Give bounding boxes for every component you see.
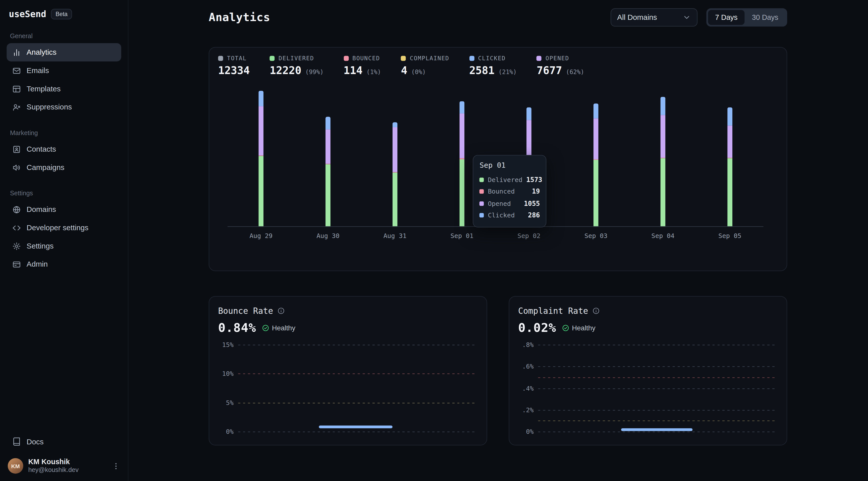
sidebar-item-label: Analytics	[27, 48, 57, 57]
app-logo: useSend	[9, 9, 46, 19]
stat-complained: COMPLAINED4(0%)	[401, 55, 449, 76]
kebab-menu-icon[interactable]	[112, 462, 120, 470]
range-30-days-button[interactable]: 30 Days	[745, 10, 785, 25]
stat-pct: (21%)	[498, 68, 517, 76]
sidebar-item-contacts[interactable]: Contacts	[6, 140, 121, 158]
bar-segment-clicked	[459, 101, 464, 114]
mail-icon	[12, 66, 21, 75]
sidebar-item-templates[interactable]: Templates	[6, 79, 121, 98]
stat-label: OPENED	[546, 55, 569, 61]
analytics-card: TOTAL12334DELIVERED12220(99%)BOUNCED114(…	[209, 47, 787, 271]
stat-value: 12220	[270, 64, 301, 76]
user-menu[interactable]: KM KM Koushik hey@koushik.dev	[6, 456, 121, 475]
info-icon[interactable]	[278, 307, 285, 315]
bounce-rate-card: Bounce Rate 0.84% Healthy 15%10%5%0%	[209, 296, 487, 445]
bar-segment-opened	[727, 126, 733, 157]
clicked-dot	[480, 213, 484, 218]
bar-segment-delivered	[393, 172, 398, 226]
tooltip-row-label: Clicked	[488, 212, 524, 219]
bar-sep-01[interactable]	[459, 101, 464, 226]
sidebar-item-analytics[interactable]: Analytics	[6, 43, 121, 62]
x-tick-label: Aug 29	[249, 232, 273, 240]
page-title: Analytics	[209, 10, 270, 24]
bar-segment-opened	[258, 106, 264, 155]
threshold-line	[538, 421, 776, 421]
stat-dot-total	[218, 56, 223, 61]
stat-label: CLICKED	[478, 55, 505, 61]
range-7-days-button[interactable]: 7 Days	[708, 10, 745, 25]
tooltip-row-label: Delivered	[488, 176, 522, 184]
y-tick-label: .4%	[518, 384, 534, 392]
stat-bounced: BOUNCED114(1%)	[344, 55, 381, 76]
sidebar-spacer	[6, 274, 121, 432]
bar-segment-delivered	[459, 159, 464, 226]
domain-select[interactable]: All Domains	[611, 8, 698, 26]
range-toggle: 7 Days30 Days	[706, 8, 787, 26]
sidebar-item-label: Campaigns	[27, 163, 65, 171]
bar-aug-30[interactable]	[326, 117, 331, 226]
tooltip-row-label: Bounced	[488, 188, 528, 196]
bounce-status-badge: Healthy	[262, 324, 296, 332]
bar-segment-delivered	[326, 164, 331, 226]
sidebar-item-domains[interactable]: Domains	[6, 200, 121, 219]
bar-segment-delivered	[593, 160, 598, 226]
sidebar-item-label: Admin	[27, 260, 48, 268]
sidebar-item-admin[interactable]: Admin	[6, 255, 121, 274]
x-axis: Aug 29Aug 30Aug 31Sep 01Sep 02Sep 03Sep …	[227, 231, 764, 242]
code-icon	[12, 223, 21, 232]
stat-dot-clicked	[469, 56, 474, 61]
bar-aug-29[interactable]	[258, 91, 264, 226]
user-meta: KM Koushik hey@koushik.dev	[28, 457, 79, 474]
bounce-rate-chart: 15%10%5%0%	[218, 341, 478, 438]
bounce-rate-title: Bounce Rate	[218, 306, 273, 316]
y-tick-label: 15%	[218, 341, 234, 349]
bar-segment-opened	[526, 120, 531, 160]
tooltip-row: Opened1055	[480, 198, 540, 210]
gridline	[538, 388, 776, 389]
x-tick-label: Sep 04	[651, 232, 675, 240]
stat-value: 7677	[537, 64, 562, 76]
bar-sep-05[interactable]	[727, 107, 733, 226]
stat-value: 4	[401, 64, 407, 76]
stat-label: DELIVERED	[279, 55, 314, 61]
bar-aug-31[interactable]	[393, 122, 398, 226]
stat-dot-delivered	[270, 56, 275, 61]
globe-icon	[12, 205, 21, 214]
complaint-rate-value: 0.02%	[518, 321, 556, 334]
rate-line-segment	[319, 425, 392, 428]
bar-segment-delivered	[258, 156, 264, 226]
speaker-icon	[12, 163, 21, 172]
sidebar-item-campaigns[interactable]: Campaigns	[6, 158, 121, 177]
y-tick-label: 0%	[518, 428, 534, 436]
stat-delivered: DELIVERED12220(99%)	[270, 55, 324, 76]
stat-value: 114	[344, 64, 363, 76]
tooltip-row: Delivered1573	[480, 174, 540, 186]
sidebar-item-label: Templates	[27, 85, 61, 93]
info-icon[interactable]	[592, 307, 600, 315]
sidebar-nav: GeneralAnalyticsEmailsTemplatesSuppressi…	[6, 19, 121, 274]
bar-sep-03[interactable]	[593, 103, 598, 226]
bar-sep-04[interactable]	[660, 97, 665, 226]
rate-cards-row: Bounce Rate 0.84% Healthy 15%10%5%0%	[209, 296, 787, 445]
sidebar-item-docs[interactable]: Docs	[6, 432, 121, 451]
stat-opened: OPENED7677(62%)	[537, 55, 584, 76]
tooltip-row-value: 1055	[524, 200, 540, 207]
user-email: hey@koushik.dev	[28, 466, 79, 475]
sidebar-item-suppressions[interactable]: Suppressions	[6, 98, 121, 116]
y-tick-label: .8%	[518, 341, 534, 349]
sidebar-item-label: Contacts	[27, 145, 56, 153]
rate-lines	[538, 341, 776, 438]
bar-segment-delivered	[727, 158, 733, 226]
y-tick-label: 10%	[218, 370, 234, 378]
x-tick-label: Sep 03	[584, 232, 608, 240]
bounce-status-label: Healthy	[272, 324, 296, 332]
domain-select-value: All Domains	[617, 13, 657, 21]
chart-tooltip: Sep 01 Delivered1573Bounced19Opened1055C…	[473, 155, 547, 227]
sidebar-item-settings[interactable]: Settings	[6, 237, 121, 255]
sidebar-item-emails[interactable]: Emails	[6, 62, 121, 80]
beta-badge: Beta	[51, 9, 72, 19]
sidebar-item-developer-settings[interactable]: Developer settings	[6, 219, 121, 237]
complaint-rate-head: Complaint Rate	[518, 306, 778, 316]
user-name: KM Koushik	[28, 457, 79, 466]
avatar: KM	[8, 458, 23, 474]
